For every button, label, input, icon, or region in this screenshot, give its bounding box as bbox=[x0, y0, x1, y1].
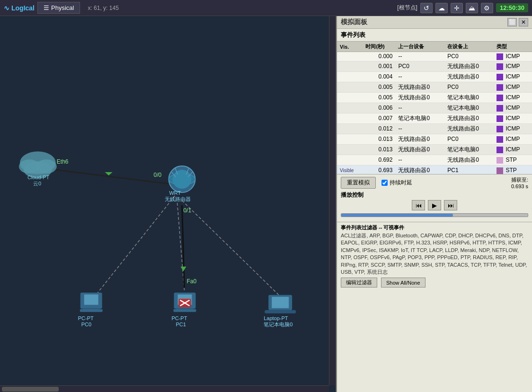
tab-physical-icon: ☰ bbox=[44, 4, 49, 11]
svg-text:0/0: 0/0 bbox=[154, 172, 162, 178]
type-color-badge bbox=[497, 63, 503, 70]
cell-prev: 笔记本电脑0 bbox=[395, 113, 444, 123]
svg-rect-36 bbox=[173, 309, 196, 312]
svg-rect-28 bbox=[84, 295, 98, 305]
play-prev-button[interactable]: ⏮ bbox=[412, 200, 425, 210]
topbar-left: ∿ LogIcal ☰ Physical x: 61, y: 145 bbox=[4, 2, 119, 14]
table-row[interactable]: Visible 0.693 无线路由器0 PC1 STP bbox=[337, 165, 532, 174]
cell-type: STP bbox=[494, 155, 532, 165]
edit-filter-button[interactable]: 编辑过滤器 bbox=[341, 278, 377, 287]
cell-time: 0.004 bbox=[363, 71, 395, 82]
show-all-button[interactable]: Show All/None bbox=[381, 278, 426, 287]
cell-prev: -- bbox=[395, 52, 444, 61]
type-label: ICMP bbox=[505, 136, 520, 142]
table-row[interactable]: 0.000 -- PC0 ICMP bbox=[337, 52, 532, 61]
type-color-badge bbox=[497, 157, 503, 164]
cell-time: 0.000 bbox=[363, 52, 395, 61]
canvas-scrollbar-bottom[interactable] bbox=[0, 385, 329, 392]
table-row[interactable]: 0.007 笔记本电脑0 无线路由器0 ICMP bbox=[337, 113, 532, 123]
svg-text:PC-PT: PC-PT bbox=[78, 315, 94, 321]
play-next-button[interactable]: ⏭ bbox=[444, 200, 457, 210]
type-label: ICMP bbox=[505, 125, 520, 132]
svg-text:无线路由器: 无线路由器 bbox=[165, 196, 191, 202]
cell-prev: 无线路由器0 bbox=[395, 144, 444, 155]
scroll-thumb-horizontal[interactable] bbox=[2, 387, 59, 392]
cell-type: STP bbox=[494, 165, 532, 174]
cell-at: 笔记本电脑0 bbox=[444, 92, 494, 103]
event-tbody: 0.000 -- PC0 ICMP 0.001 PC0 无线路由器0 ICMP … bbox=[337, 52, 532, 174]
filter-text: ACL过滤器, ARP, BGP, Bluetooth, CAPWAP, CDP… bbox=[341, 232, 528, 276]
col-at: 在设备上 bbox=[444, 42, 494, 52]
clock: 12:50:30 bbox=[496, 3, 528, 12]
settings-button[interactable]: ⚙ bbox=[481, 3, 493, 13]
play-button[interactable]: ▶ bbox=[428, 200, 441, 210]
cell-time: 0.013 bbox=[363, 144, 395, 155]
tab-physical[interactable]: ☰ Physical bbox=[37, 2, 80, 14]
type-label: ICMP bbox=[505, 84, 520, 90]
cell-at: 无线路由器0 bbox=[444, 155, 494, 165]
cell-vis bbox=[337, 123, 363, 134]
cloud-button[interactable]: ☁ bbox=[435, 3, 448, 13]
type-color-badge bbox=[497, 115, 503, 122]
type-label: ICMP bbox=[505, 53, 520, 60]
type-color-badge bbox=[497, 95, 503, 101]
type-label: ICMP bbox=[505, 105, 520, 111]
type-label: ICMP bbox=[505, 94, 520, 101]
persist-checkbox[interactable] bbox=[381, 180, 388, 186]
playback-header: 播放控制 bbox=[341, 191, 528, 199]
table-row[interactable]: 0.004 -- 无线路由器0 ICMP bbox=[337, 71, 532, 82]
persist-label: 持续时延 bbox=[390, 179, 412, 187]
type-label: ICMP bbox=[505, 73, 520, 80]
table-row[interactable]: 0.692 -- 无线路由器0 STP bbox=[337, 155, 532, 165]
event-table: Vis. 时间(秒) 上一台设备 在设备上 类型 0.000 -- PC0 IC… bbox=[337, 42, 532, 174]
cell-type: ICMP bbox=[494, 134, 532, 144]
cell-vis: Visible bbox=[337, 165, 363, 174]
progress-bar[interactable] bbox=[341, 213, 528, 217]
panel-title: 模拟面板 bbox=[341, 18, 367, 26]
table-row[interactable]: 0.005 无线路由器0 PC0 ICMP bbox=[337, 82, 532, 92]
type-color-badge bbox=[497, 74, 503, 80]
topology-svg: Eth6 0/0 0/1 Fa0 bbox=[0, 16, 336, 392]
panel-header: 模拟面板 ⬜ ✕ bbox=[337, 16, 532, 29]
canvas-area[interactable]: Eth6 0/0 0/1 Fa0 bbox=[0, 16, 336, 392]
type-color-badge bbox=[497, 105, 503, 112]
cell-vis bbox=[337, 82, 363, 92]
col-type: 类型 bbox=[494, 42, 532, 52]
undo-button[interactable]: ↺ bbox=[420, 3, 433, 13]
table-row[interactable]: 0.013 无线路由器0 PC0 ICMP bbox=[337, 134, 532, 144]
cell-type: ICMP bbox=[494, 144, 532, 155]
type-color-badge bbox=[497, 167, 503, 174]
event-table-container[interactable]: Vis. 时间(秒) 上一台设备 在设备上 类型 0.000 -- PC0 IC… bbox=[337, 42, 532, 174]
table-row[interactable]: 0.006 -- 笔记本电脑0 ICMP bbox=[337, 103, 532, 113]
table-row[interactable]: 0.012 -- 无线路由器0 ICMP bbox=[337, 123, 532, 134]
terrain-button[interactable]: ⛰ bbox=[466, 3, 478, 13]
cell-at: 笔记本电脑0 bbox=[444, 103, 494, 113]
move-button[interactable]: ✛ bbox=[451, 3, 463, 13]
cell-type: ICMP bbox=[494, 52, 532, 61]
capture-value: 0.693 s bbox=[511, 183, 528, 189]
type-color-badge bbox=[497, 136, 503, 143]
cell-type: ICMP bbox=[494, 71, 532, 82]
cell-vis bbox=[337, 61, 363, 71]
reset-simulation-button[interactable]: 重置模拟 bbox=[341, 177, 376, 189]
logo-text: LogIcal bbox=[11, 4, 35, 12]
cell-vis bbox=[337, 103, 363, 113]
cell-prev: -- bbox=[395, 103, 444, 113]
logo[interactable]: ∿ LogIcal bbox=[4, 4, 35, 12]
type-color-badge bbox=[497, 147, 503, 153]
cell-time: 0.012 bbox=[363, 123, 395, 134]
type-color-badge bbox=[497, 126, 503, 132]
table-row[interactable]: 0.001 PC0 无线路由器0 ICMP bbox=[337, 61, 532, 71]
cell-vis bbox=[337, 155, 363, 165]
cell-time: 0.005 bbox=[363, 92, 395, 103]
svg-text:云0: 云0 bbox=[33, 181, 41, 186]
canvas-scrollbar-right[interactable] bbox=[329, 16, 336, 385]
maximize-button[interactable]: ⬜ bbox=[507, 18, 517, 26]
table-row[interactable]: 0.013 无线路由器0 笔记本电脑0 ICMP bbox=[337, 144, 532, 155]
main: Eth6 0/0 0/1 Fa0 bbox=[0, 16, 532, 392]
persist-checkbox-label[interactable]: 持续时延 bbox=[381, 179, 412, 187]
cell-at: 笔记本电脑0 bbox=[444, 144, 494, 155]
table-row[interactable]: 0.005 无线路由器0 笔记本电脑0 ICMP bbox=[337, 92, 532, 103]
close-button[interactable]: ✕ bbox=[519, 18, 528, 26]
cell-type: ICMP bbox=[494, 82, 532, 92]
